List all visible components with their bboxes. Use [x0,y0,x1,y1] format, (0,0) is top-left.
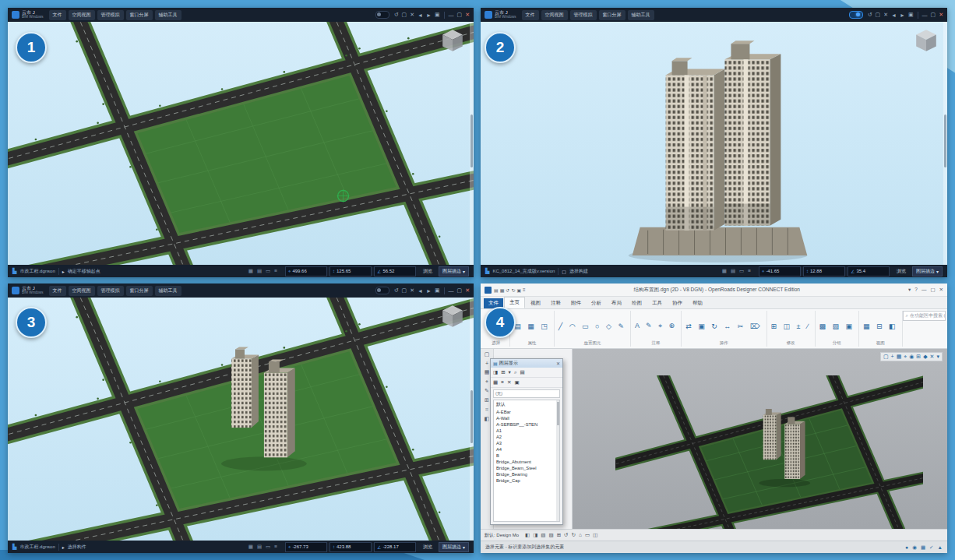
ribbon-group-icons[interactable]: ⊞ ◫ ± ∕ [771,312,811,340]
browse-button[interactable]: 浏览 [423,544,432,551]
window-tool-icon[interactable]: ► [426,288,432,294]
quick-access-icon[interactable]: ▣ [516,287,521,293]
view-toolbar-icon[interactable]: ⌖ [904,354,907,360]
window-tool-icon[interactable]: ▣ [435,287,440,294]
status-tool-icon[interactable]: ≡ [274,544,277,550]
status-tool-icon[interactable]: ▤ [257,544,262,550]
window-tool-icon[interactable]: ✕ [410,287,414,294]
menu-item[interactable]: 文件 [522,10,539,20]
ribbon-tab[interactable]: 附件 [566,298,586,308]
view-toolbar-icon[interactable]: + [891,354,894,360]
navigation-cube[interactable] [914,28,938,53]
status-tool-icon[interactable]: ▤ [257,268,262,274]
tool-strip-icon[interactable]: + [485,361,488,366]
status-tool-icon[interactable]: ▭ [739,268,744,274]
menu-item[interactable]: 辅助工具 [628,10,654,20]
view-control-icon[interactable]: ▭ [585,532,590,538]
view-toolbar-icon[interactable]: ▢ [883,354,889,360]
window-tool-icon[interactable]: ▣ [435,12,440,18]
ribbon-group-icons[interactable]: ▦ ⊟ ◧ [863,312,898,340]
view-group-label[interactable]: 默认: Design Mo [485,532,519,539]
viewport-scrollbar[interactable] [943,22,947,265]
theme-toggle[interactable] [375,11,389,19]
system-control-icon[interactable]: ▢ [457,12,463,18]
level-list-item[interactable]: A3 [494,440,559,446]
status-icon[interactable]: ● [905,544,908,551]
status-tool-icon[interactable]: ▭ [266,268,270,274]
system-control-icon[interactable]: — [922,12,928,18]
status-icon[interactable]: ▦ [921,544,925,551]
menu-item[interactable]: 管理模拟 [97,286,124,296]
level-list-item[interactable]: A1 [494,428,559,434]
tool-strip-icon[interactable]: ✎ [485,388,489,394]
palette-tool-icon[interactable]: ⌕ [514,369,517,375]
window-tool-icon[interactable]: ▣ [908,12,914,18]
browse-button[interactable]: 浏览 [897,268,906,275]
level-list-item[interactable]: A-EBar [494,409,559,415]
palette-tool-icon[interactable]: ✕ [507,379,511,386]
quick-access-icon[interactable]: ▦ [500,287,505,293]
view-control-icon[interactable]: ▧ [541,532,545,538]
level-list-item[interactable]: A-SERBSP__-STEN [494,421,559,428]
window-tool-icon[interactable]: ↺ [394,12,399,18]
tool-strip-icon[interactable]: ⊞ [485,397,489,403]
menu-item[interactable]: 空间视图 [541,10,568,20]
scene-roads[interactable] [8,22,474,265]
ribbon-tab[interactable]: 帮助 [688,298,707,308]
view-control-icon[interactable]: ◨ [533,532,537,538]
ribbon-tab[interactable]: 主页 [504,297,525,308]
status-tool-icon[interactable]: ▭ [266,544,270,550]
menu-item[interactable]: 文件 [49,10,66,20]
ribbon-tab[interactable]: 分析 [587,298,606,308]
ribbon-group-icons[interactable]: ▤ ▦ ◳ [514,312,550,340]
window-tool-icon[interactable]: ✕ [410,12,414,18]
ribbon-tab[interactable]: 绘图 [627,298,647,308]
system-control-icon[interactable]: ✕ [939,12,943,18]
status-icon[interactable]: ▲ [938,544,943,551]
viewport-scrollbar[interactable] [470,298,474,541]
ribbon-group-icons[interactable]: A ✎ ⌖ ⊕ [635,312,677,340]
coordinate-field[interactable]: ∠ 35.4 [848,266,890,276]
window-control-icon[interactable]: ▢ [930,287,935,293]
palette-titlebar[interactable]: ▤ 图层显示 ✕ [491,359,562,368]
tool-strip-icon[interactable]: ▢ [485,351,490,357]
ribbon-tab[interactable]: 视图 [526,298,545,308]
tool-strip-icon[interactable]: ⌖ [485,379,488,385]
window-control-icon[interactable]: — [922,287,927,293]
system-control-icon[interactable]: — [449,12,454,18]
level-list-item[interactable]: 默认 [494,400,559,409]
quick-access-icon[interactable]: ↺ [506,287,509,293]
layer-style-dropdown[interactable]: 图层描边 ▾ [912,266,943,276]
coordinate-field[interactable]: ↕ 12.88 [803,266,845,276]
window-tool-icon[interactable]: ▢ [402,12,407,18]
ribbon-group-icons[interactable]: ⇄ ▣ ↻ ↔ ✂ ⌦ [685,312,762,340]
view-control-icon[interactable]: ◫ [593,532,597,538]
status-tool-icon[interactable]: ▦ [248,268,253,274]
window-control-icon[interactable]: ▾ [908,287,911,293]
scene-building[interactable] [481,22,947,265]
quick-access-icon[interactable]: ▤ [494,287,499,293]
coordinate-field[interactable]: ⌖ 499.66 [285,266,327,276]
coordinate-field[interactable]: ↕ 125.65 [329,266,372,276]
close-icon[interactable]: ✕ [556,361,560,366]
viewport-3d[interactable] [481,22,947,265]
theme-toggle[interactable] [375,287,389,294]
status-tool-icon[interactable]: ≡ [274,268,277,274]
ribbon-group-icons[interactable]: ╱ ◠ ▭ ○ ◇ ✎ [559,312,626,340]
status-tool-icon[interactable]: ▦ [722,268,727,274]
coordinate-field[interactable]: ⌖ -41.65 [759,266,801,276]
window-tool-icon[interactable]: ↺ [394,287,399,294]
system-control-icon[interactable]: ▢ [457,287,463,294]
window-control-icon[interactable]: ? [914,287,918,293]
level-list-item[interactable]: A2 [494,434,559,440]
palette-tool-icon[interactable]: ≡ [501,379,504,386]
navigation-cube[interactable] [441,28,464,53]
menu-item[interactable]: 窗口分屏 [126,10,153,20]
scene-mini[interactable] [615,375,923,529]
window-tool-icon[interactable]: ▢ [876,12,881,18]
window-tool-icon[interactable]: ► [426,12,432,18]
palette-tool-icon[interactable]: ⊞ [501,369,505,375]
system-control-icon[interactable]: ▢ [931,12,936,18]
coordinate-field[interactable]: ∠ -228.17 [374,542,416,552]
viewport-scrollbar[interactable] [470,22,474,265]
